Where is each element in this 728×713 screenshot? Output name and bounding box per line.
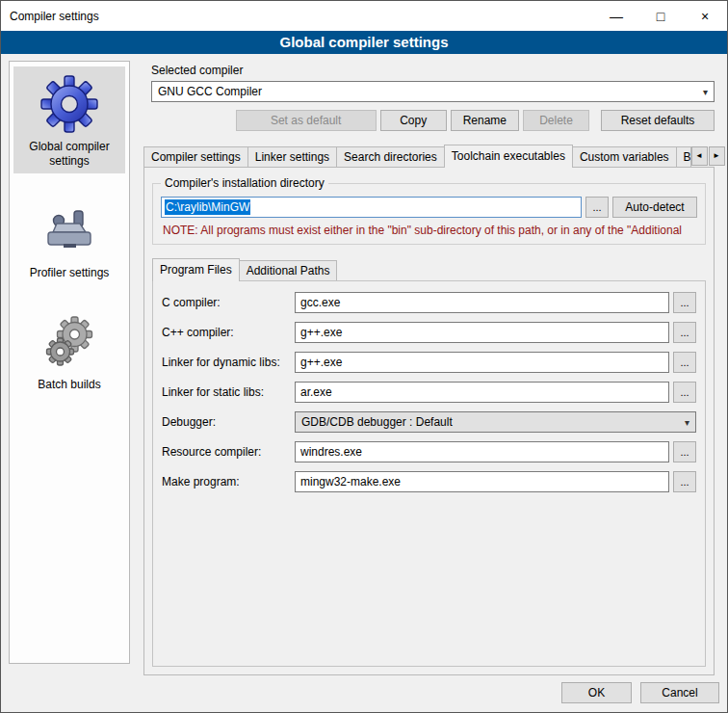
resource-compiler-input[interactable] [295,441,669,462]
subtab-program-files[interactable]: Program Files [152,258,240,281]
main-panel: Selected compiler GNU GCC Compiler ▾ Set… [141,54,721,675]
field-label: Linker for static libs: [162,385,295,399]
field-row-make-program: Make program: ... [162,471,696,492]
note-text: NOTE: All programs must exist either in … [163,224,697,237]
browse-static-linker-button[interactable]: ... [673,382,696,403]
sidebar-item-global-compiler-settings[interactable]: Global compiler settings [13,66,125,173]
compiler-buttons-row: Set as default Copy Rename Delete Reset … [151,110,715,131]
sidebar-item-label: Global compiler settings [15,140,123,169]
cancel-button[interactable]: Cancel [640,682,719,703]
compiler-settings-window: Compiler settings — □ × Global compiler … [0,0,728,713]
page-title: Global compiler settings [1,31,727,54]
sidebar: Global compiler settings Profiler settin… [9,61,130,664]
selected-compiler-label: Selected compiler [151,64,721,77]
tab-scroll-buttons: ◄ ► [691,146,725,166]
field-label: Debugger: [162,415,295,429]
field-label: C++ compiler: [162,326,295,339]
field-row-dynamic-linker: Linker for dynamic libs: ... [162,352,696,373]
field-row-cpp-compiler: C++ compiler: ... [162,322,696,343]
installation-directory-group: Compiler's installation directory C:\ray… [152,183,706,245]
chevron-down-icon: ▾ [685,417,695,428]
field-row-c-compiler: C compiler: ... [162,292,696,313]
reset-defaults-button[interactable]: Reset defaults [601,110,715,131]
tab-scroll-left-icon[interactable]: ◄ [691,146,708,166]
field-label: Resource compiler: [162,445,295,459]
titlebar-buttons: — □ × [594,1,727,31]
tab-build-options[interactable]: Build [676,146,691,167]
ok-button[interactable]: OK [561,682,632,703]
browse-cpp-compiler-button[interactable]: ... [673,322,696,343]
dialog-footer: OK Cancel [561,682,719,703]
browse-make-program-button[interactable]: ... [673,471,696,492]
maximize-button[interactable]: □ [638,1,683,31]
dynamic-linker-input[interactable] [295,352,669,373]
sidebar-item-batch-builds[interactable]: Batch builds [13,304,125,397]
gear-blue-icon [39,73,100,135]
sub-tabstrip: Program Files Additional Paths [152,258,706,280]
gears-gray-icon [39,311,100,373]
installation-directory-label: Compiler's installation directory [161,176,328,190]
window-title: Compiler settings [1,10,99,23]
tab-toolchain-executables[interactable]: Toolchain executables [444,145,573,168]
installation-directory-value: C:\raylib\MinGW [165,199,250,215]
static-linker-input[interactable] [295,382,669,403]
installation-directory-row: C:\raylib\MinGW ... Auto-detect [161,197,697,218]
tab-custom-variables[interactable]: Custom variables [572,146,677,167]
chevron-down-icon: ▾ [703,87,714,97]
browse-directory-button[interactable]: ... [585,197,609,218]
toolchain-executables-page: Compiler's installation directory C:\ray… [143,167,715,675]
cpp-compiler-input[interactable] [295,322,669,343]
rename-button[interactable]: Rename [451,110,519,131]
field-row-debugger: Debugger: GDB/CDB debugger : Default ▾ [162,411,696,433]
selected-compiler-dropdown[interactable]: GNU GCC Compiler ▾ [151,81,715,102]
profiler-icon [39,199,100,261]
c-compiler-input[interactable] [295,292,669,313]
delete-button: Delete [523,110,589,131]
close-button[interactable]: × [683,1,727,31]
field-row-static-linker: Linker for static libs: ... [162,382,696,403]
tab-scroll-right-icon[interactable]: ► [709,146,725,166]
tab-search-directories[interactable]: Search directories [336,146,445,167]
browse-dynamic-linker-button[interactable]: ... [673,352,696,373]
titlebar: Compiler settings — □ × [1,1,727,31]
auto-detect-button[interactable]: Auto-detect [612,197,697,218]
field-label: Linker for dynamic libs: [162,356,295,369]
set-as-default-button: Set as default [236,110,377,131]
sidebar-item-profiler-settings[interactable]: Profiler settings [13,193,125,285]
selected-compiler-value: GNU GCC Compiler [158,85,262,98]
subtab-additional-paths[interactable]: Additional Paths [239,260,338,280]
tab-linker-settings[interactable]: Linker settings [247,146,337,167]
make-program-input[interactable] [295,471,669,492]
debugger-dropdown[interactable]: GDB/CDB debugger : Default ▾ [295,411,696,433]
field-label: Make program: [162,475,295,489]
tab-compiler-settings[interactable]: Compiler settings [143,146,248,167]
browse-resource-compiler-button[interactable]: ... [673,441,696,462]
browse-c-compiler-button[interactable]: ... [673,292,696,313]
program-files-panel: C compiler: ... C++ compiler: ... Linker… [152,280,706,667]
field-label: C compiler: [162,296,295,309]
copy-button[interactable]: Copy [380,110,447,131]
sidebar-item-label: Profiler settings [30,266,110,280]
main-tabstrip: Compiler settings Linker settings Search… [143,145,715,167]
debugger-value: GDB/CDB debugger : Default [301,415,453,429]
sidebar-item-label: Batch builds [38,378,100,392]
installation-directory-input[interactable]: C:\raylib\MinGW [161,197,582,218]
minimize-button[interactable]: — [594,1,638,31]
field-row-resource-compiler: Resource compiler: ... [162,441,696,462]
